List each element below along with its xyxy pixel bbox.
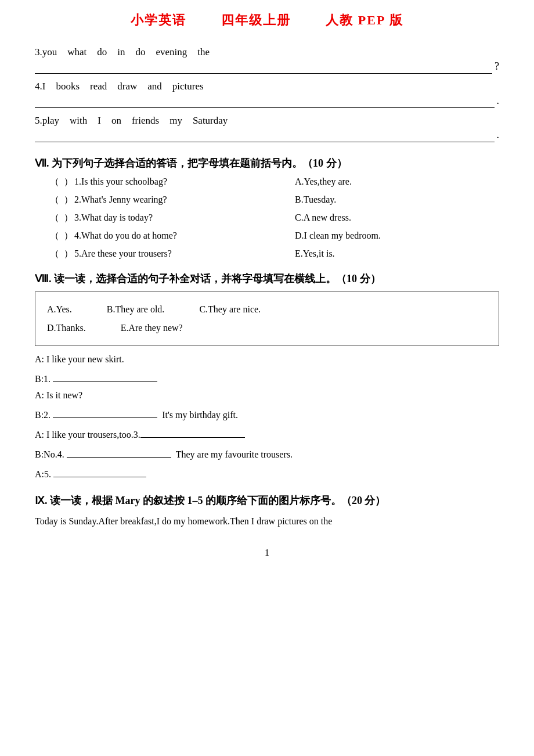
dialog-B4: B:No.4. They are my favourite trousers. <box>35 446 499 460</box>
word-4-and: and <box>147 81 162 92</box>
dialog-text-A1: I like your new skirt. <box>46 354 124 365</box>
dialog-label-B2: B:2. <box>35 410 50 420</box>
bracket-3: （ <box>46 212 63 224</box>
dialog-label-A1: A: <box>35 354 44 365</box>
a-text-A: A.Yes,they are. <box>295 177 352 187</box>
blank-4[interactable] <box>67 446 171 458</box>
bracket-5: （ <box>46 248 63 260</box>
word-3-evening: evening <box>156 46 187 58</box>
q2-text: 2.What's Jenny wearing? <box>74 195 248 205</box>
a-text-B: B.Tuesday. <box>295 195 336 205</box>
dialog-after-B4: They are my favourite trousers. <box>176 449 293 460</box>
punct-4: . <box>497 95 500 107</box>
bracket-close-5: ） <box>64 248 73 260</box>
q5-text: 5.Are these your trousers? <box>74 249 248 259</box>
word-3-the: the <box>197 46 210 58</box>
sentence-3: 3.you what do in do evening the ? <box>35 46 499 74</box>
page-num-label: 1 <box>265 548 269 557</box>
word-5-saturday: Saturday <box>193 115 228 127</box>
word-4-draw: draw <box>117 81 137 92</box>
word-4-num: 4.I <box>35 81 45 92</box>
blank-5[interactable] <box>53 466 146 477</box>
options-box: A.Yes. B.They are old. C.They are nice. … <box>35 291 499 346</box>
section7-title: Ⅶ. 为下列句子选择合适的答语，把字母填在题前括号内。（10 分） <box>35 156 499 170</box>
option-B: B.They are old. <box>107 300 165 319</box>
matching-row-4: （ ） 4.What do you do at home? D.I clean … <box>46 230 499 242</box>
page-header: 小学英语 四年级上册 人教 PEP 版 <box>35 12 499 29</box>
edition-label: 人教 PEP 版 <box>326 13 403 27</box>
answer-line-5: . <box>35 129 499 142</box>
a-text-C: C.A new dress. <box>295 213 351 223</box>
punct-5: . <box>497 129 500 141</box>
q4-text: 4.What do you do at home? <box>74 231 248 241</box>
q3-text: 3.What day is today? <box>74 213 248 223</box>
bracket-close-1: ） <box>64 176 73 188</box>
bracket-4: （ <box>46 230 63 242</box>
sentence-4: 4.I books read draw and pictures . <box>35 81 499 108</box>
matching-row-5: （ ） 5.Are these your trousers? E.Yes,it … <box>46 248 499 260</box>
word-5-my: my <box>169 115 182 127</box>
bracket-close-3: ） <box>64 212 73 224</box>
dialog-label-A5: A:5. <box>35 469 51 480</box>
word-4-read: read <box>90 81 107 92</box>
dialog-B1: B:1. <box>35 370 499 384</box>
punct-3: ? <box>495 60 499 73</box>
word-5-I: I <box>98 115 101 127</box>
q1-text: 1.Is this your schoolbag? <box>74 177 248 187</box>
dialog-label-B1: B:1. <box>35 374 50 384</box>
word-3-do2: do <box>136 46 146 58</box>
dialog-A1: A: I like your new skirt. <box>35 354 499 365</box>
dialog-text-A2: Is it new? <box>46 390 82 401</box>
matching-container: （ ） 1.Is this your schoolbag? A.Yes,they… <box>46 176 499 260</box>
bracket-2: （ <box>46 194 63 206</box>
answer-line-4: . <box>35 95 499 108</box>
matching-row-2: （ ） 2.What's Jenny wearing? B.Tuesday. <box>46 194 499 206</box>
option-D: D.Thanks. <box>47 319 86 337</box>
word-5-on: on <box>111 115 121 127</box>
options-row-1: A.Yes. B.They are old. C.They are nice. <box>47 300 487 319</box>
blank-2[interactable] <box>53 406 157 418</box>
word-3-do1: do <box>97 46 107 58</box>
blank-1[interactable] <box>53 370 157 382</box>
a-text-E: E.Yes,it is. <box>295 249 335 259</box>
section8-title: Ⅷ. 读一读，选择合适的句子补全对话，并将字母填写在横线上。（10 分） <box>35 272 499 286</box>
section9-text: Today is Sunday.After breakfast,I do my … <box>35 513 499 530</box>
bracket-1: （ <box>46 176 63 188</box>
matching-row-1: （ ） 1.Is this your schoolbag? A.Yes,they… <box>46 176 499 188</box>
subject-label: 小学英语 <box>131 13 186 27</box>
option-C: C.They are nice. <box>199 300 261 319</box>
dialog-text-A3: I like your trousers,too.3. <box>46 430 140 440</box>
blank-3[interactable] <box>140 426 245 438</box>
word-5-with: with <box>70 115 87 127</box>
section9-title: Ⅸ. 读一读，根据 Mary 的叙述按 1–5 的顺序给下面的图片标序号。（20… <box>35 494 499 507</box>
option-A: A.Yes. <box>47 300 72 319</box>
word-4-pictures: pictures <box>172 81 204 92</box>
dialog-label-A3: A: <box>35 430 44 440</box>
word-5-num: 5.play <box>35 115 59 127</box>
word-3-in: in <box>117 46 125 58</box>
dialog-B2: B:2. It's my birthday gift. <box>35 406 499 420</box>
dialog-label-B4: B:No.4. <box>35 449 64 460</box>
dialog-A3: A: I like your trousers,too.3. <box>35 426 499 440</box>
word-3-what: what <box>67 46 86 58</box>
word-4-books: books <box>56 81 80 92</box>
word-3-num: 3.you <box>35 46 57 58</box>
option-E: E.Are they new? <box>121 319 183 337</box>
dialog-A2: A: Is it new? <box>35 390 499 401</box>
answer-line-3: ? <box>35 60 499 74</box>
page-number: 1 <box>35 548 499 558</box>
bracket-close-4: ） <box>64 230 73 242</box>
bracket-close-2: ） <box>64 194 73 206</box>
grade-label: 四年级上册 <box>221 13 291 27</box>
dialog-after-B2: It's my birthday gift. <box>162 410 238 420</box>
dialog-label-A2: A: <box>35 390 44 401</box>
options-row-2: D.Thanks. E.Are they new? <box>47 319 487 337</box>
a-text-D: D.I clean my bedroom. <box>295 231 381 241</box>
sentence-5: 5.play with I on friends my Saturday . <box>35 115 499 142</box>
matching-row-3: （ ） 3.What day is today? C.A new dress. <box>46 212 499 224</box>
word-5-friends: friends <box>132 115 159 127</box>
dialog-A5: A:5. <box>35 466 499 480</box>
